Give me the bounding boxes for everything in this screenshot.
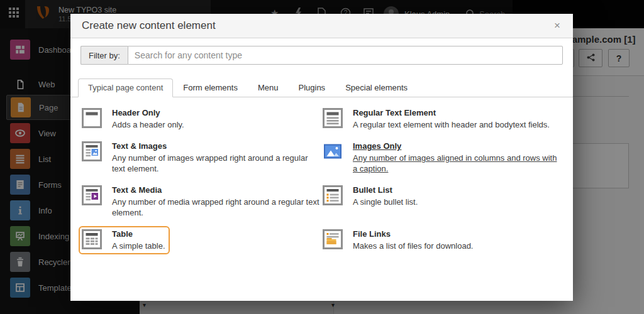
modal-body: Filter by: Typical page content Form ele… bbox=[70, 38, 573, 301]
tab-menu[interactable]: Menu bbox=[248, 78, 289, 97]
ce-item-header-only[interactable]: Header Only Adds a header only. bbox=[82, 108, 323, 130]
ce-item-images-only[interactable]: Images Only Any number of images aligned… bbox=[323, 141, 562, 174]
ce-item-file-links[interactable]: File Links Makes a list of files for dow… bbox=[323, 229, 562, 251]
tab-form-elements[interactable]: Form elements bbox=[173, 78, 248, 97]
ce-item-bullet-list[interactable]: Bullet List A single bullet list. bbox=[323, 185, 562, 218]
filter-by-label: Filter by: bbox=[80, 46, 128, 65]
text-media-icon bbox=[82, 185, 102, 205]
header-only-icon bbox=[82, 108, 102, 128]
new-content-element-modal: Create new content element × Filter by: … bbox=[70, 14, 573, 301]
file-links-icon bbox=[323, 229, 343, 249]
regular-text-icon bbox=[323, 108, 343, 128]
ce-item-table[interactable]: Table A simple table. bbox=[82, 229, 167, 251]
images-only-icon bbox=[323, 141, 343, 161]
ce-item-text-media[interactable]: Text & Media Any number of media wrapped… bbox=[82, 185, 323, 218]
ce-item-regular-text[interactable]: Regular Text Element A regular text elem… bbox=[323, 108, 562, 130]
content-element-list: Header Only Adds a header only. Regular … bbox=[80, 97, 563, 251]
content-type-search-input[interactable] bbox=[128, 46, 563, 65]
modal-title: Create new content element bbox=[82, 19, 550, 32]
text-images-icon bbox=[82, 141, 102, 161]
tab-special-elements[interactable]: Special elements bbox=[335, 78, 418, 97]
tab-typical-page-content[interactable]: Typical page content bbox=[78, 78, 173, 97]
close-icon[interactable]: × bbox=[550, 19, 564, 32]
typo3-backend: New TYPO3 site 11.5.1 ★ ? Klaus Admin Se… bbox=[0, 0, 644, 314]
content-element-tabs: Typical page content Form elements Menu … bbox=[70, 78, 573, 97]
ce-item-text-images[interactable]: Text & Images Any number of images wrapp… bbox=[82, 141, 323, 174]
modal-header: Create new content element × bbox=[70, 14, 573, 38]
tab-plugins[interactable]: Plugins bbox=[288, 78, 335, 97]
bullet-list-icon bbox=[323, 185, 343, 205]
table-icon bbox=[82, 229, 102, 249]
filter-group: Filter by: bbox=[80, 46, 563, 65]
